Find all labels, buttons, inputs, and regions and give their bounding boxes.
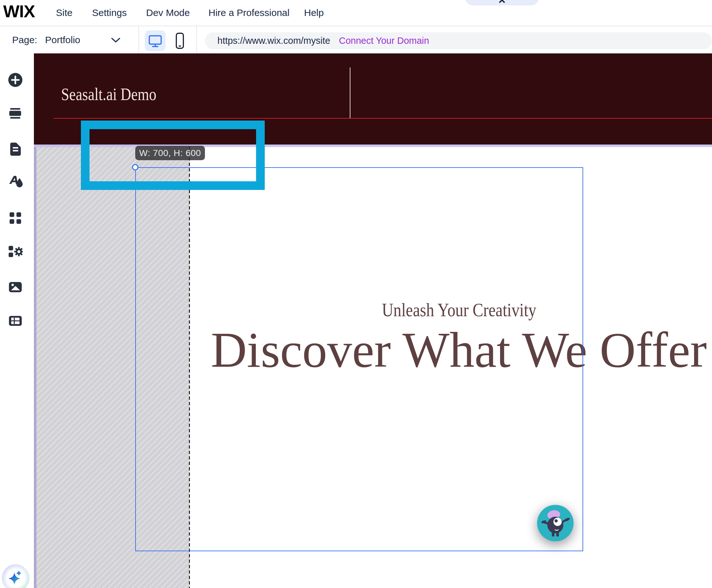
site-design-icon[interactable] — [8, 175, 23, 188]
cms-icon[interactable] — [9, 316, 22, 326]
site-url: https://www.wix.com/mysite — [217, 32, 330, 49]
toolbar-divider — [196, 26, 197, 54]
editor-toolbar: Page: Portfolio https://www.wix.com/mysi… — [0, 26, 712, 54]
highlight-annotation-rect — [81, 121, 265, 190]
header-divider-line — [350, 67, 350, 118]
menu-dev-mode[interactable]: Dev Mode — [146, 0, 190, 26]
site-url-bar[interactable]: https://www.wix.com/mysite Connect Your … — [205, 32, 712, 49]
pages-icon[interactable] — [10, 143, 21, 156]
header-red-line — [54, 118, 712, 119]
top-menu-bar: WIX Site Settings Dev Mode Hire a Profes… — [0, 0, 712, 26]
menu-hire-a-professional[interactable]: Hire a Professional — [208, 0, 289, 26]
selected-element-outline[interactable] — [135, 167, 583, 551]
menu-help[interactable]: Help — [304, 0, 324, 26]
desktop-view-button[interactable] — [145, 30, 166, 51]
add-icon[interactable] — [8, 73, 22, 87]
page-selector[interactable]: Portfolio — [45, 26, 80, 54]
media-icon[interactable] — [9, 282, 22, 292]
add-section-icon[interactable] — [9, 108, 21, 119]
widgets-icon[interactable] — [8, 246, 23, 257]
chevron-down-icon[interactable] — [111, 37, 121, 43]
desktop-icon — [145, 30, 166, 51]
mobile-icon — [169, 30, 190, 51]
ai-assistant-icon[interactable] — [1, 564, 30, 588]
site-title[interactable]: Seasalt.ai Demo — [61, 86, 156, 103]
menu-settings[interactable]: Settings — [92, 0, 127, 26]
section-boundary-left — [34, 147, 37, 588]
app-market-icon[interactable] — [9, 212, 21, 224]
connect-your-domain-link[interactable]: Connect Your Domain — [339, 32, 429, 49]
editor-left-sidebar — [0, 54, 34, 588]
wix-logo[interactable]: WIX — [3, 3, 35, 20]
mobile-view-button[interactable] — [169, 30, 190, 51]
toolbar-divider — [139, 26, 139, 54]
dismiss-button[interactable]: ✕ — [465, 0, 539, 5]
page-label: Page: — [12, 26, 37, 54]
close-icon: ✕ — [465, 0, 539, 6]
menu-site[interactable]: Site — [56, 0, 72, 26]
